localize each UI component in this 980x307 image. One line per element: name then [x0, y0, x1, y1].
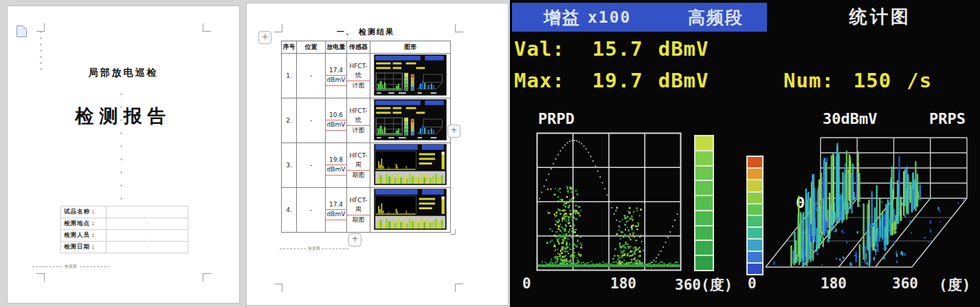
- gain-value: x100: [588, 8, 631, 26]
- cell-seq: 3.: [282, 143, 297, 188]
- prps-colorbar: [746, 156, 764, 275]
- num-reading: Num: 150 /s: [783, 69, 932, 92]
- margin-crop-mark: [203, 273, 211, 282]
- table-row: 检测日期：·: [61, 242, 188, 253]
- col-header: 图形: [370, 41, 451, 54]
- margin-crop-mark: [455, 24, 463, 32]
- num-unit: /s: [906, 69, 932, 92]
- num-value: 150: [854, 69, 891, 92]
- val-label: Val:: [514, 37, 565, 61]
- margin-crop-mark: [274, 284, 282, 292]
- cell-discharge: 10.6dBmV: [326, 98, 347, 143]
- section-title: 一、 检测结果: [281, 27, 450, 37]
- results-page: ✛ 一、 检测结果 序号 位置 放电量 传感器 图形 1. - 17.4dBmV…: [246, 3, 509, 306]
- table-insert-row-handle[interactable]: +: [348, 233, 361, 246]
- table-header-row: 序号 位置 放电量 传感器 图形: [282, 41, 451, 54]
- cell-graphic: [370, 188, 451, 233]
- table-row: 4. - 17.4dBmV HFCT-周期图: [282, 188, 451, 233]
- report-cover-page: 局部放电巡检 检测报告 试品名称：· 检测地点：· 检测人员：· 检测日期：· …: [7, 6, 240, 304]
- prps-tick-360: 360: [892, 275, 918, 292]
- field-label: 检测地点：: [61, 218, 107, 230]
- screen-title: 统计图: [849, 5, 911, 29]
- max-reading: Max: 19.7 dBmV: [514, 69, 709, 92]
- table-row: 试品名称：·: [61, 207, 188, 218]
- prpd-tick-360: 360(度): [675, 275, 733, 295]
- document-icon: [16, 25, 27, 37]
- table-row: 检测地点：·: [61, 218, 188, 230]
- field-label: 检测人员：: [61, 230, 107, 242]
- pd-analyzer-screen: 增益 x100 高频段 统计图 Val: 15.7 dBmV Max: 19.7…: [510, 0, 980, 307]
- stat-screenshot-thumbnail: [374, 99, 447, 140]
- table-row: 3. - 19.8dBmV HFCT-周期图: [282, 143, 451, 188]
- workspace: 局部放电巡检 检测报告 试品名称：· 检测地点：· 检测人员：· 检测日期：· …: [0, 0, 980, 307]
- table-insert-column-handle[interactable]: +: [447, 125, 460, 138]
- cell-graphic: [370, 98, 451, 143]
- prps-tick-180: 180: [821, 275, 847, 292]
- gain-band-banner: 增益 x100 高频段: [512, 3, 767, 32]
- field-value-empty[interactable]: ·: [107, 207, 188, 218]
- margin-crop-mark: [203, 23, 211, 32]
- num-label: Num:: [783, 69, 834, 92]
- max-label: Max:: [514, 69, 565, 92]
- max-value: 19.7: [592, 69, 643, 92]
- cell-location: -: [297, 98, 326, 143]
- cell-sensor: HFCT-周期图: [347, 143, 370, 188]
- page-break-label: 分页符: [63, 264, 78, 270]
- field-label: 试品名称：: [61, 207, 107, 218]
- cell-sensor: HFCT-周期图: [347, 188, 370, 233]
- results-table: 序号 位置 放电量 传感器 图形 1. - 17.4dBmV HFCT-统计图 …: [281, 41, 451, 233]
- prps-tick-0: 0: [748, 275, 757, 292]
- cell-graphic: [370, 54, 451, 98]
- wave-screenshot-thumbnail: [374, 144, 447, 185]
- val-value: 15.7: [592, 37, 643, 61]
- prpd-label: PRPD: [538, 110, 575, 127]
- prpd-tick-180: 180: [610, 275, 636, 292]
- page-break-marker: 分页符: [280, 248, 348, 249]
- prpd-colorbar: [694, 135, 714, 271]
- gain-label: 增益: [544, 6, 581, 29]
- prps-chart: [764, 103, 980, 277]
- cell-sensor: HFCT-统计图: [347, 54, 370, 98]
- cell-discharge: 19.8dBmV: [326, 143, 347, 188]
- table-row: 2. - 10.6dBmV HFCT-统计图: [282, 98, 451, 143]
- cover-subtitle: 局部放电巡检: [8, 67, 239, 79]
- cover-info-table: 试品名称：· 检测地点：· 检测人员：· 检测日期：·: [60, 206, 188, 253]
- table-move-handle[interactable]: ✛: [258, 31, 271, 44]
- table-resize-handle[interactable]: [450, 229, 456, 235]
- prps-tick-deg: (度): [939, 275, 970, 295]
- cell-sensor: HFCT-统计图: [347, 98, 370, 143]
- table-row: 1. - 17.4dBmV HFCT-统计图: [282, 54, 451, 98]
- cell-discharge: 17.4dBmV: [326, 54, 347, 98]
- cell-graphic: [370, 143, 451, 188]
- margin-crop-mark: [36, 273, 45, 282]
- cover-title: 检测报告: [8, 104, 239, 129]
- col-header: 放电量: [326, 41, 347, 54]
- field-label: 检测日期：: [61, 242, 107, 253]
- stat-screenshot-thumbnail: [374, 54, 447, 96]
- col-header: 序号: [282, 41, 297, 54]
- prpd-tick-0: 0: [522, 275, 531, 292]
- wave-screenshot-thumbnail: [374, 189, 447, 230]
- cell-location: -: [297, 188, 326, 233]
- cell-discharge: 17.4dBmV: [326, 188, 347, 233]
- band-label: 高频段: [688, 6, 744, 29]
- prpd-chart: [536, 132, 682, 271]
- paragraph-marks: [40, 31, 42, 70]
- val-unit: dBmV: [658, 37, 709, 61]
- table-row: 检测人员：·: [61, 230, 188, 242]
- col-header: 位置: [297, 41, 326, 54]
- margin-crop-mark: [455, 284, 463, 292]
- val-reading: Val: 15.7 dBmV: [514, 37, 709, 61]
- cell-seq: 1.: [282, 54, 297, 98]
- page-break-marker: 分页符: [32, 266, 109, 267]
- field-value-empty[interactable]: ·: [107, 218, 188, 230]
- col-header: 传感器: [347, 41, 370, 54]
- max-unit: dBmV: [658, 69, 709, 92]
- page-break-label: 分页符: [307, 246, 322, 252]
- cell-location: -: [297, 54, 326, 98]
- field-value-empty[interactable]: ·: [107, 242, 188, 253]
- field-value-empty[interactable]: ·: [107, 230, 188, 242]
- cell-location: -: [297, 143, 326, 188]
- cell-seq: 2.: [282, 98, 297, 143]
- cell-seq: 4.: [282, 188, 297, 233]
